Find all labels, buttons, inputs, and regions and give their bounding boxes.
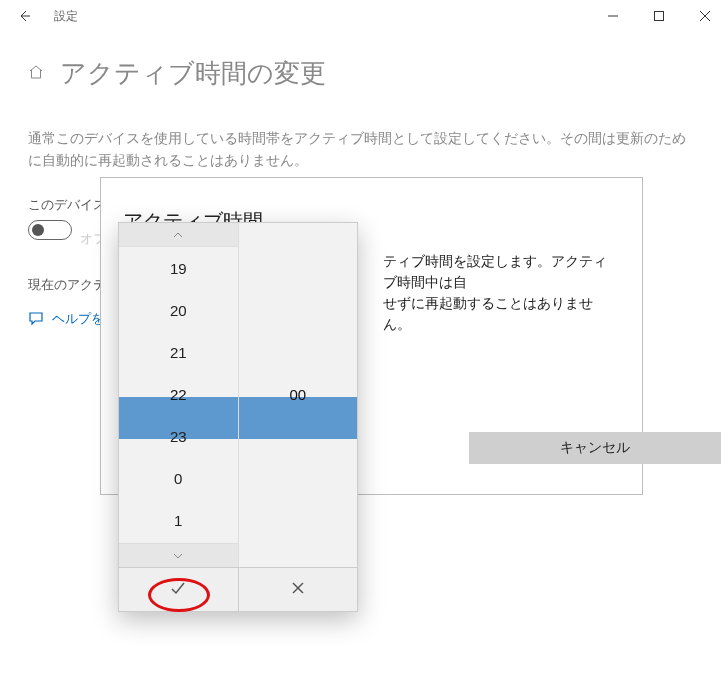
minute-option [239,289,358,331]
window-title: 設定 [54,8,78,25]
hour-column[interactable]: 19 20 21 22 23 0 1 [119,223,239,567]
hour-option[interactable]: 21 [119,331,238,373]
hour-option[interactable]: 23 [119,415,238,457]
back-button[interactable] [8,0,40,32]
dismiss-button[interactable] [239,568,358,611]
hour-down-arrow[interactable] [119,543,238,567]
page-title: アクティブ時間の変更 [60,56,326,91]
minute-option [239,247,358,289]
svg-rect-1 [655,12,664,21]
time-picker-flyout: 19 20 21 22 23 0 1 00 [118,222,358,612]
close-button[interactable] [682,0,728,32]
help-text: ヘルプを [52,310,104,328]
hour-option[interactable]: 19 [119,247,238,289]
x-icon [290,580,306,600]
cancel-button[interactable]: キャンセル [469,432,721,464]
hour-option[interactable]: 20 [119,289,238,331]
minute-option [239,331,358,373]
check-icon [170,580,186,600]
auto-adjust-toggle[interactable] [28,220,72,240]
minute-option [239,415,358,457]
home-icon[interactable] [28,64,44,84]
minimize-button[interactable] [590,0,636,32]
minute-column[interactable]: 00 [239,223,358,567]
maximize-button[interactable] [636,0,682,32]
minute-option-selected[interactable]: 00 [239,373,358,415]
confirm-button[interactable] [119,568,239,611]
hour-option-selected[interactable]: 22 [119,373,238,415]
hour-option[interactable]: 0 [119,457,238,499]
chat-icon [28,310,44,329]
minute-option [239,499,358,541]
page-description: 通常このデバイスを使用している時間帯をアクティブ時間として設定してください。その… [28,127,688,172]
hour-option[interactable]: 1 [119,499,238,541]
hour-up-arrow[interactable] [119,223,238,247]
minute-option [239,457,358,499]
